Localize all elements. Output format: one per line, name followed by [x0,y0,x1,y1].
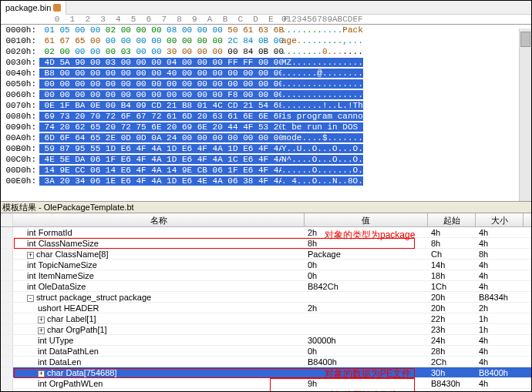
hex-row[interactable]: 00C0h: 4E 5E DA 06 1F E6 4F 4A 1D E6 4F … [1,154,531,165]
table-row[interactable]: int ItemNameSize0h18h4h [1,270,531,281]
hex-row[interactable]: 0040h: B8 00 00 00 00 00 00 00 40 00 00 … [1,68,531,79]
cell-value[interactable]: B8400h [305,357,428,367]
cell-value[interactable]: 0h [305,260,428,270]
ascii-bytes[interactable]: mode....$....... [275,132,377,143]
cell-name[interactable]: int DataPathLen [13,346,305,356]
ascii-bytes[interactable]: .......@........ [275,68,377,79]
cell-name[interactable]: +char OrgPath[1] [13,324,305,334]
table-row[interactable]: -struct package_struct package20hB8434h [1,292,531,303]
hex-bytes[interactable]: 4E 5E DA 06 1F E6 4F 4A 1D E6 4F 4A 1C E… [39,154,275,165]
table-row[interactable]: int UType30000h24h4h [1,335,531,346]
cell-value[interactable]: 0h [305,346,428,356]
table-row[interactable]: int FormatId2h4h4h [1,227,531,238]
hex-row[interactable]: 00A0h: 6D 6F 64 65 2E 0D 0D 0A 24 00 00 … [1,132,531,143]
cell-name[interactable]: +char ClassName[8] [13,249,305,259]
hex-bytes[interactable]: 14 9E CC 06 14 E6 4F 4A 14 9E CB 06 1F E… [39,165,275,176]
table-row[interactable]: int DataLenB8400h2Ch4h [1,357,531,367]
expander-icon[interactable]: - [27,295,34,302]
col-name[interactable]: 名称 [13,213,305,226]
hex-bytes[interactable]: B8 00 00 00 00 00 00 00 40 00 00 00 00 0… [39,68,275,79]
cell-value[interactable]: B842Ch [305,281,428,291]
cell-name[interactable]: +char Label[1] [13,313,305,323]
cell-value[interactable] [305,292,428,302]
file-tab[interactable]: package.bin [1,1,66,15]
table-row[interactable]: int OrgPathWLen9hB8430h4h [1,378,531,389]
cell-name[interactable]: int ClassNameSize [13,238,305,248]
ascii-bytes[interactable]: ................ [275,89,377,100]
hex-row[interactable]: 0020h: 02 00 00 00 00 03 00 00 30 00 00 … [1,46,531,57]
table-row[interactable]: int DataPathLen0h28h4h [1,346,531,357]
hex-bytes[interactable]: 00 00 00 00 00 00 00 00 00 00 00 00 F8 0… [39,89,275,100]
cell-name[interactable]: +char Data[754688] [13,367,305,377]
hex-bytes[interactable]: 3A 20 34 06 1E E6 4F 4A 1D E6 4E 4A 06 3… [39,176,275,186]
hex-bytes[interactable]: 59 87 95 55 1D E6 4F 4A 1D E6 4F 4A 1D E… [39,143,275,154]
cell-name[interactable]: int OrgPathWLen [13,378,305,388]
ascii-bytes[interactable]: t be run in DOS [275,122,377,132]
hex-bytes[interactable]: 74 20 62 65 20 72 75 6E 20 69 6E 20 44 4… [39,122,275,132]
hex-row[interactable]: 00E0h: 3A 20 34 06 1E E6 4F 4A 1D E6 4E … [1,176,531,186]
table-row[interactable]: ushort HEADER2h20h2h [1,303,531,313]
hex-row[interactable]: 0060h: 00 00 00 00 00 00 00 00 00 00 00 … [1,89,531,100]
table-row[interactable]: +char Label[1]22h1h [1,313,531,324]
table-row[interactable]: int ClassNameSize8h8h4h [1,238,531,249]
cell-name[interactable]: int DataLen [13,357,305,367]
ascii-bytes[interactable]: MZ.............. [275,57,377,68]
hex-bytes[interactable]: 00 00 00 00 00 00 00 00 00 00 00 00 00 0… [39,79,275,89]
ascii-bytes[interactable]: age.........,... [275,35,377,46]
hex-row[interactable]: 0070h: 0E 1F BA 0E 00 B4 09 CD 21 B8 01 … [1,100,531,111]
table-row[interactable]: int OleDataSizeB842Ch1Ch4h [1,281,531,292]
hex-row[interactable]: 0090h: 74 20 62 65 20 72 75 6E 20 69 6E … [1,122,531,132]
hex-row[interactable]: 00D0h: 14 9E CC 06 14 E6 4F 4A 14 9E CB … [1,165,531,176]
cell-name[interactable]: ushort HEADER [13,303,305,313]
cell-value[interactable]: Package [305,249,428,259]
vertical-scrollbar[interactable] [519,28,531,201]
cell-value[interactable] [305,324,428,334]
cell-value[interactable]: 2h [305,303,428,313]
ascii-bytes[interactable]: ............Pack [275,25,377,35]
table-row[interactable]: +wchar_t OrgPathW[10]setup.zipB8434h14h [1,389,531,391]
hex-row[interactable]: 0010h: 61 67 65 00 00 00 00 00 00 00 00 … [1,35,531,46]
cell-value[interactable] [305,313,428,323]
cell-name[interactable]: int UType [13,335,305,345]
template-results-bar[interactable]: 模板结果 - OlePackageTemplate.bt [1,201,531,213]
hex-bytes[interactable]: 01 05 00 00 02 00 00 00 08 00 00 00 50 6… [39,25,275,35]
expander-icon[interactable]: + [38,327,45,334]
hex-bytes[interactable]: 4D 5A 90 00 03 00 00 00 04 00 00 00 FF F… [39,57,275,68]
cell-name[interactable]: int FormatId [13,227,305,237]
hex-bytes[interactable]: 61 67 65 00 00 00 00 00 00 00 00 00 2C 8… [39,35,275,46]
template-grid[interactable]: 名称 值 起始 大小 int FormatId2h4h4hint ClassNa… [1,213,531,391]
hex-row[interactable]: 0000h: 01 05 00 00 02 00 00 00 08 00 00 … [1,25,531,35]
cell-name[interactable]: +wchar_t OrgPathW[10] [13,389,305,391]
table-row[interactable]: +char OrgPath[1]23h1h [1,324,531,335]
ascii-bytes[interactable]: N^....O...O...O. [275,154,377,165]
table-row[interactable]: +char ClassName[8]PackageCh8h [1,249,531,260]
cell-name[interactable]: -struct package_struct package [13,292,305,302]
hex-bytes[interactable]: 0E 1F BA 0E 00 B4 09 CD 21 B8 01 4C CD 2… [39,100,275,111]
table-row[interactable]: +char Data[754688]30hB8400h [1,367,531,378]
expander-icon[interactable]: + [27,252,34,259]
ascii-bytes[interactable]: Y..U..O...O...O. [275,143,377,154]
ascii-bytes[interactable]: ................ [275,79,377,89]
hex-row[interactable]: 0080h: 69 73 20 70 72 6F 67 72 61 6D 20 … [1,111,531,122]
cell-name[interactable]: int OleDataSize [13,281,305,291]
cell-name[interactable]: int TopicNameSize [13,260,305,270]
scroll-thumb[interactable] [520,32,530,47]
ascii-bytes[interactable]: ........0....... [275,46,377,57]
col-value[interactable]: 值 [305,213,428,226]
cell-name[interactable]: int ItemNameSize [13,270,305,280]
hex-editor[interactable]: 0 1 2 3 4 5 6 7 8 9 A B C D E F 01234567… [1,15,531,201]
hex-bytes[interactable]: 02 00 00 00 00 03 00 00 30 00 00 00 00 8… [39,46,275,57]
expander-icon[interactable]: + [38,370,45,377]
hex-bytes[interactable]: 6D 6F 64 65 2E 0D 0D 0A 24 00 00 00 00 0… [39,132,275,143]
table-row[interactable]: int TopicNameSize0h14h4h [1,260,531,270]
col-start[interactable]: 起始 [428,213,476,226]
ascii-bytes[interactable]: is program canno [275,111,377,122]
expander-icon[interactable]: + [38,317,45,323]
hex-bytes[interactable]: 69 73 20 70 72 6F 67 72 61 6D 20 63 61 6… [39,111,275,122]
hex-row[interactable]: 0030h: 4D 5A 90 00 03 00 00 00 04 00 00 … [1,57,531,68]
ascii-bytes[interactable]: ......O.......O. [275,165,377,176]
cell-value[interactable]: 30000h [305,335,428,345]
hex-row[interactable]: 00B0h: 59 87 95 55 1D E6 4F 4A 1D E6 4F … [1,143,531,154]
ascii-bytes[interactable]: . 4...O...N..8O. [275,176,377,186]
hex-row[interactable]: 0050h: 00 00 00 00 00 00 00 00 00 00 00 … [1,79,531,89]
